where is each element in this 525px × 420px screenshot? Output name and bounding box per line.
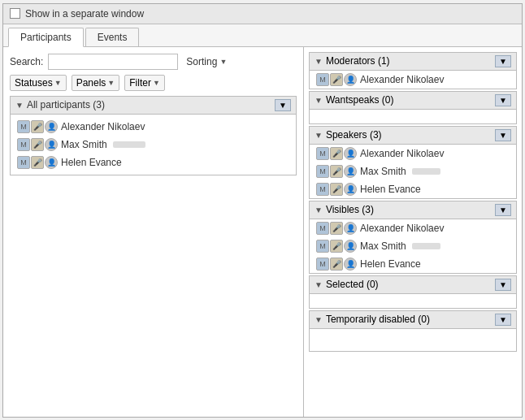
tab-participants[interactable]: Participants — [8, 28, 84, 47]
m-icon[interactable]: M — [316, 73, 329, 86]
title-bar: Show in a separate window — [3, 4, 522, 24]
main-content: Search: Sorting ▼ Statuses ▼ Panels ▼ — [3, 47, 522, 417]
search-input[interactable] — [48, 54, 178, 70]
list-item: M 🎤 👤 Max Smith — [310, 237, 516, 255]
m-icon[interactable]: M — [316, 258, 329, 271]
moderators-body: M 🎤 👤 Alexander Nikolaev — [309, 71, 517, 89]
wantspeaks-header[interactable]: ▼ Wantspeaks (0) ▼ — [309, 91, 517, 110]
m-icon[interactable]: M — [17, 138, 30, 151]
participant-name: Alexander Nikolaev — [360, 74, 444, 85]
mic-icon[interactable]: 🎤 — [330, 258, 343, 271]
visibles-chevron-icon: ▼ — [315, 206, 323, 214]
mic-icon[interactable]: 🎤 — [330, 165, 343, 178]
speakers-dropdown-btn[interactable]: ▼ — [495, 129, 511, 141]
m-icon[interactable]: M — [316, 165, 329, 178]
selected-label: Selected (0) — [326, 279, 379, 290]
visibles-body: M 🎤 👤 Alexander Nikolaev M 🎤 👤 Max Smith — [309, 219, 517, 274]
m-icon[interactable]: M — [17, 156, 30, 169]
visibles-header-left: ▼ Visibles (3) — [315, 204, 374, 215]
list-item: M 🎤 👤 Max Smith — [11, 136, 296, 154]
wantspeaks-section: ▼ Wantspeaks (0) ▼ — [309, 91, 517, 124]
person-icon: 👤 — [344, 147, 357, 160]
person-icon: 👤 — [344, 73, 357, 86]
visibles-section: ▼ Visibles (3) ▼ M 🎤 👤 Alexander Nikolae… — [309, 201, 517, 274]
all-participants-dropdown-btn[interactable]: ▼ — [275, 99, 291, 111]
icon-group: M 🎤 👤 — [316, 240, 357, 253]
visibles-header[interactable]: ▼ Visibles (3) ▼ — [309, 201, 517, 219]
filter-arrow-icon: ▼ — [153, 79, 160, 87]
statuses-button[interactable]: Statuses ▼ — [10, 75, 67, 91]
window-title: Show in a separate window — [25, 8, 144, 19]
all-participants-label: All participants (3) — [27, 99, 105, 110]
participant-name: Max Smith — [61, 139, 107, 150]
m-icon[interactable]: M — [316, 240, 329, 253]
mic-icon[interactable]: 🎤 — [330, 222, 343, 235]
show-separate-checkbox[interactable] — [10, 8, 20, 19]
mic-icon[interactable]: 🎤 — [31, 156, 44, 169]
all-participants-chevron-icon: ▼ — [15, 101, 24, 110]
list-item: M 🎤 👤 Helen Evance — [310, 180, 516, 198]
icon-group: M 🎤 👤 — [17, 156, 58, 169]
selected-section: ▼ Selected (0) ▼ — [309, 275, 517, 309]
statuses-arrow-icon: ▼ — [54, 79, 62, 87]
moderators-section: ▼ Moderators (1) ▼ M 🎤 👤 Alexander Nikol… — [309, 52, 517, 89]
temporarily-disabled-dropdown-btn[interactable]: ▼ — [495, 314, 511, 326]
tab-events[interactable]: Events — [85, 28, 140, 46]
m-icon[interactable]: M — [316, 183, 329, 196]
mic-icon[interactable]: 🎤 — [31, 120, 44, 133]
speakers-section: ▼ Speakers (3) ▼ M 🎤 👤 Alexander Nikolae… — [309, 126, 517, 199]
m-icon[interactable]: M — [316, 147, 329, 160]
icon-group: M 🎤 👤 — [316, 222, 357, 235]
selected-header[interactable]: ▼ Selected (0) ▼ — [309, 275, 517, 294]
list-item: M 🎤 👤 Alexander Nikolaev — [11, 118, 296, 136]
mic-icon[interactable]: 🎤 — [330, 73, 343, 86]
sorting-label: Sorting — [186, 56, 217, 67]
participant-name: Helen Evance — [360, 184, 421, 195]
speakers-header[interactable]: ▼ Speakers (3) ▼ — [309, 126, 517, 145]
icon-group: M 🎤 👤 — [316, 73, 357, 86]
all-participants-header[interactable]: ▼ All participants (3) ▼ — [10, 96, 297, 115]
wantspeaks-body — [309, 110, 517, 124]
panels-button[interactable]: Panels ▼ — [72, 75, 120, 91]
filter-row: Statuses ▼ Panels ▼ Filter ▼ — [10, 75, 297, 91]
m-icon[interactable]: M — [316, 222, 329, 235]
person-icon: 👤 — [344, 222, 357, 235]
all-participants-header-left: ▼ All participants (3) — [15, 99, 105, 110]
panels-arrow-icon: ▼ — [107, 79, 115, 87]
right-panel: ▼ Moderators (1) ▼ M 🎤 👤 Alexander Nikol… — [304, 47, 522, 417]
person-icon: 👤 — [344, 258, 357, 271]
person-icon: 👤 — [45, 138, 58, 151]
moderators-dropdown-btn[interactable]: ▼ — [495, 55, 511, 67]
speakers-label: Speakers (3) — [326, 129, 382, 141]
filter-button[interactable]: Filter ▼ — [124, 75, 165, 91]
mic-icon[interactable]: 🎤 — [330, 147, 343, 160]
icon-group: M 🎤 👤 — [316, 258, 357, 271]
mic-icon[interactable]: 🎤 — [31, 138, 44, 151]
temporarily-disabled-body — [309, 329, 517, 352]
participant-name: Max Smith — [360, 240, 406, 252]
wantspeaks-label: Wantspeaks (0) — [326, 94, 394, 106]
wantspeaks-dropdown-btn[interactable]: ▼ — [495, 94, 511, 106]
person-icon: 👤 — [344, 165, 357, 178]
person-icon: 👤 — [45, 120, 58, 133]
name-bar — [412, 243, 440, 249]
m-icon[interactable]: M — [17, 120, 30, 133]
selected-dropdown-btn[interactable]: ▼ — [495, 279, 511, 291]
list-item: M 🎤 👤 Helen Evance — [11, 154, 296, 171]
moderators-header[interactable]: ▼ Moderators (1) ▼ — [309, 52, 517, 71]
selected-header-left: ▼ Selected (0) — [315, 279, 379, 290]
temporarily-disabled-chevron-icon: ▼ — [315, 315, 323, 324]
sorting-button[interactable]: Sorting ▼ — [183, 54, 230, 69]
temporarily-disabled-header[interactable]: ▼ Temporarily disabled (0) ▼ — [309, 310, 517, 329]
statuses-label: Statuses — [15, 77, 53, 89]
moderators-chevron-icon: ▼ — [315, 57, 323, 66]
mic-icon[interactable]: 🎤 — [330, 240, 343, 253]
participants-list: M 🎤 👤 Alexander Nikolaev M 🎤 👤 Max Smith — [10, 115, 297, 175]
speakers-body: M 🎤 👤 Alexander Nikolaev M 🎤 👤 Max Smith — [309, 145, 517, 199]
list-item: M 🎤 👤 Alexander Nikolaev — [310, 145, 516, 162]
person-icon: 👤 — [344, 183, 357, 196]
participant-name: Alexander Nikolaev — [360, 148, 444, 159]
visibles-dropdown-btn[interactable]: ▼ — [495, 204, 511, 216]
mic-icon[interactable]: 🎤 — [330, 183, 343, 196]
temporarily-disabled-header-left: ▼ Temporarily disabled (0) — [315, 314, 430, 325]
